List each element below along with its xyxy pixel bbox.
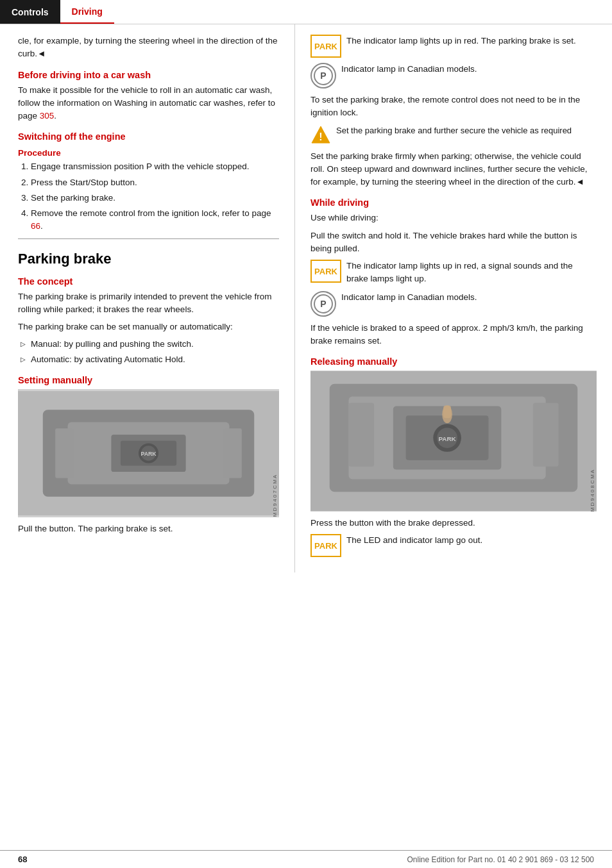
- speed-text: If the vehicle is braked to a speed of a…: [310, 322, 597, 348]
- parking-brake-heading: Parking brake: [18, 251, 279, 267]
- concept-heading: The concept: [18, 276, 279, 287]
- left-column: cle, for example, by turning the steerin…: [0, 24, 295, 572]
- canadian-text-1: Indicator lamp in Canadian models.: [341, 63, 597, 76]
- page-footer: 68 Online Edition for Part no. 01 40 2 9…: [0, 850, 612, 868]
- bullet-automatic: Automatic: by activating Automatic Hold.: [21, 353, 279, 366]
- step-2: Press the Start/Stop button.: [31, 176, 279, 189]
- park-indicator-1: PARK The indicator lamp lights up in red…: [310, 35, 597, 58]
- releasing-heading: Releasing manually: [310, 356, 597, 367]
- step-3: Set the parking brake.: [31, 192, 279, 204]
- procedure-heading: Procedure: [18, 148, 279, 158]
- park-text-3: The LED and indicator lamp go out.: [346, 534, 597, 547]
- warning-triangle-icon: !: [310, 124, 331, 145]
- p-circle-inner-1: P: [314, 66, 333, 85]
- p-circle-inner-2: P: [314, 294, 333, 313]
- concept-text-2: The parking brake can be set manually or…: [18, 321, 279, 333]
- set-text: To set the parking brake, the remote con…: [310, 94, 597, 120]
- page-link-66[interactable]: 66: [31, 221, 40, 231]
- p-circle-badge-2: P: [310, 291, 336, 317]
- svg-rect-23: [533, 403, 559, 467]
- setting-caption: Pull the button. The parking brake is se…: [18, 522, 279, 535]
- step-1: Engage transmission position P with the …: [31, 160, 279, 173]
- setting-manually-heading: Setting manually: [18, 375, 279, 385]
- setting-manually-image: PARK M D 9 4 0 7 C M A: [18, 389, 279, 517]
- svg-rect-8: [55, 428, 74, 478]
- page-header: Controls Driving: [0, 0, 612, 24]
- park-text-2: The indicator lamp lights up in red, a s…: [346, 260, 597, 286]
- warning-text: Set the parking brake and further secure…: [336, 124, 597, 137]
- header-controls: Controls: [0, 0, 60, 24]
- concept-bullets: Manual: by pulling and pushing the switc…: [21, 338, 279, 366]
- svg-text:PARK: PARK: [140, 451, 157, 457]
- switching-heading: Switching off the engine: [18, 131, 279, 142]
- releasing-caption: Press the button with the brake depresse…: [310, 517, 597, 530]
- park-badge-3: PARK: [310, 534, 341, 557]
- footer-part-number: Online Edition for Part no. 01 40 2 901 …: [407, 855, 594, 864]
- intro-text: cle, for example, by turning the steerin…: [18, 35, 279, 61]
- park-badge-1: PARK: [310, 35, 341, 58]
- p-circle-badge-1: P: [310, 63, 336, 88]
- bullet-manual: Manual: by pulling and pushing the switc…: [21, 338, 279, 351]
- while-driving-text-2: Pull the switch and hold it. The vehicle…: [310, 230, 597, 256]
- park-indicator-2: PARK The indicator lamp lights up in red…: [310, 260, 597, 286]
- footer-page-number: 68: [18, 855, 27, 864]
- before-driving-heading: Before driving into a car wash: [18, 70, 279, 80]
- set-firmly-text: Set the parking brake firmly when parkin…: [310, 150, 597, 189]
- canadian-text-2: Indicator lamp in Canadian models.: [341, 291, 597, 304]
- while-driving-heading: While driving: [310, 197, 597, 208]
- svg-rect-21: [443, 405, 451, 418]
- svg-text:PARK: PARK: [438, 435, 456, 442]
- warning-box: ! Set the parking brake and further secu…: [310, 124, 597, 145]
- canadian-indicator-2: P Indicator lamp in Canadian models.: [310, 291, 597, 317]
- park-text-1: The indicator lamp lights up in red. The…: [346, 35, 597, 47]
- setting-image-watermark: M D 9 4 0 7 C M A: [272, 475, 278, 517]
- while-driving-text-1: Use while driving:: [310, 212, 597, 224]
- page-link-305[interactable]: 305: [40, 111, 55, 121]
- right-column: PARK The indicator lamp lights up in red…: [295, 24, 612, 572]
- park-badge-2: PARK: [310, 260, 341, 283]
- svg-rect-9: [223, 428, 242, 478]
- concept-text-1: The parking brake is primarily intended …: [18, 290, 279, 317]
- releasing-image: PARK M D 9 4 0 8 C M A: [310, 371, 597, 512]
- procedure-steps: Engage transmission position P with the …: [31, 160, 279, 233]
- svg-rect-22: [348, 403, 374, 467]
- park-indicator-3: PARK The LED and indicator lamp go out.: [310, 534, 597, 557]
- releasing-image-watermark: M D 9 4 0 8 C M A: [590, 470, 595, 512]
- header-driving: Driving: [60, 0, 114, 24]
- divider: [18, 238, 279, 239]
- step-4: Remove the remote control from the ignit…: [31, 207, 279, 233]
- before-driving-text: To make it possible for the vehicle to r…: [18, 84, 279, 123]
- svg-text:!: !: [319, 131, 322, 142]
- canadian-indicator-1: P Indicator lamp in Canadian models.: [310, 63, 597, 88]
